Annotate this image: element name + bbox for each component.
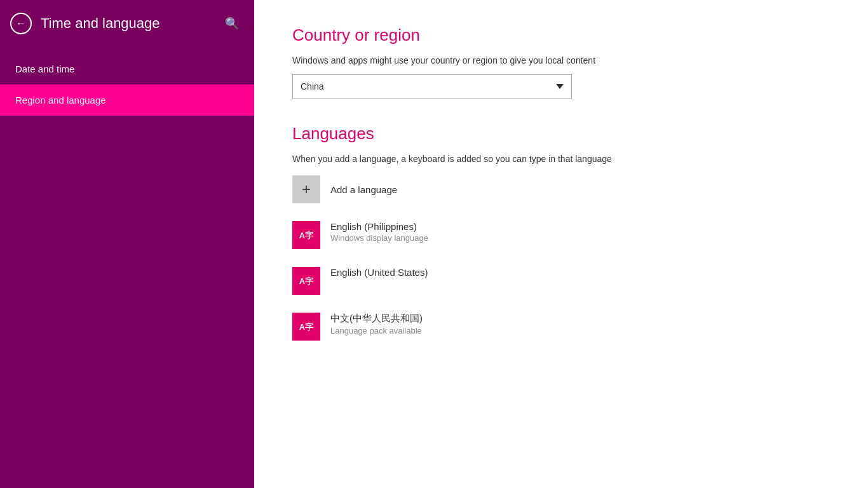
- language-name-zh-cn: 中文(中华人民共和国): [330, 313, 423, 325]
- language-item-en-us[interactable]: A字 English (United States): [292, 264, 830, 297]
- country-select-wrapper: China United States United Kingdom Austr…: [292, 74, 572, 98]
- language-icon-text-en-us: A字: [299, 277, 313, 285]
- country-section-title: Country or region: [292, 25, 830, 45]
- language-icon-text-en-ph: A字: [299, 231, 313, 240]
- nav-items: Date and time Region and language: [0, 53, 254, 116]
- language-item-zh-cn[interactable]: A字 中文(中华人民共和国) Language pack available: [292, 310, 830, 343]
- language-icon-text-zh-cn: A字: [299, 323, 313, 331]
- language-sub-en-ph: Windows display language: [330, 233, 428, 243]
- sidebar-item-region-language[interactable]: Region and language: [0, 85, 254, 116]
- languages-section-desc: When you add a language, a keyboard is a…: [292, 154, 830, 164]
- sidebar-header: ← Time and language 🔍: [0, 0, 254, 47]
- main-content: Country or region Windows and apps might…: [254, 0, 868, 488]
- language-item-en-ph[interactable]: A字 English (Philippines) Windows display…: [292, 219, 830, 252]
- add-language-label: Add a language: [330, 175, 397, 203]
- language-icon-zh-cn: A字: [292, 313, 320, 341]
- search-button[interactable]: 🔍: [222, 14, 241, 33]
- language-text-en-ph: English (Philippines) Windows display la…: [330, 221, 428, 243]
- language-text-en-us: English (United States): [330, 267, 428, 278]
- sidebar: ← Time and language 🔍 Date and time Regi…: [0, 0, 254, 488]
- language-sub-zh-cn: Language pack available: [330, 326, 423, 336]
- language-name-en-ph: English (Philippines): [330, 221, 428, 232]
- sidebar-item-date-time[interactable]: Date and time: [0, 53, 254, 85]
- language-text-zh-cn: 中文(中华人民共和国) Language pack available: [330, 313, 423, 336]
- language-icon-en-us: A字: [292, 267, 320, 295]
- add-language-icon: +: [292, 175, 320, 203]
- language-icon-en-ph: A字: [292, 221, 320, 249]
- country-select[interactable]: China United States United Kingdom Austr…: [292, 74, 572, 98]
- sidebar-title: Time and language: [41, 15, 214, 32]
- language-name-en-us: English (United States): [330, 267, 428, 278]
- back-button[interactable]: ←: [10, 13, 32, 34]
- country-section-desc: Windows and apps might use your country …: [292, 55, 830, 65]
- languages-section: Languages When you add a language, a key…: [292, 124, 830, 343]
- languages-section-title: Languages: [292, 124, 830, 144]
- country-region-section: Country or region Windows and apps might…: [292, 25, 830, 98]
- add-language-item[interactable]: + Add a language: [292, 173, 830, 206]
- back-icon: ←: [16, 18, 26, 29]
